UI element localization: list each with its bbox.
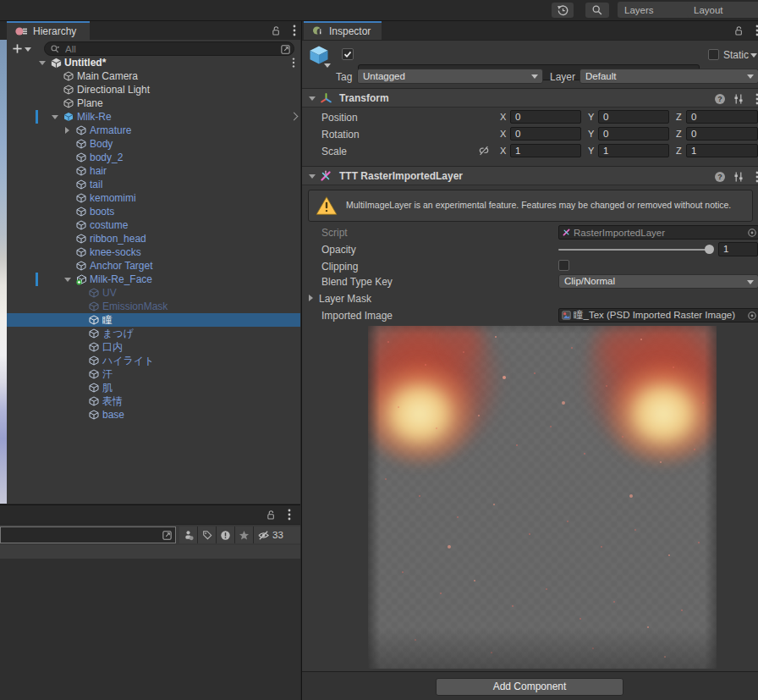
foldout-collapsed-icon[interactable]	[65, 127, 69, 134]
lock-icon[interactable]	[264, 508, 277, 521]
hierarchy-item[interactable]: ハイライト	[7, 354, 300, 367]
object-picker-icon[interactable]	[747, 311, 757, 321]
clipping-checkbox[interactable]	[558, 260, 569, 271]
filter-by-type-button[interactable]	[179, 526, 198, 543]
rotation-y-field[interactable]: 0	[598, 127, 669, 141]
cube-icon	[89, 369, 99, 379]
undo-history-button[interactable]	[552, 3, 574, 18]
hierarchy-item[interactable]: boots	[7, 205, 300, 218]
tab-inspector[interactable]: Inspector	[304, 21, 382, 40]
hierarchy-item[interactable]: Milk-Re_Face	[7, 273, 300, 286]
hierarchy-item[interactable]: Armature	[7, 124, 300, 137]
position-x-field[interactable]: 0	[510, 110, 581, 124]
hierarchy-item[interactable]: Milk-Re	[7, 110, 300, 124]
hierarchy-item[interactable]: ribbon_head	[7, 232, 300, 245]
foldout-collapsed-icon[interactable]	[309, 295, 313, 301]
raster-layer-header[interactable]: TTT RasterImportedLayer ?	[302, 166, 758, 185]
hierarchy-item[interactable]: Body	[7, 137, 300, 151]
import-log-button[interactable]	[217, 526, 235, 543]
static-dropdown-caret[interactable]	[750, 53, 757, 58]
project-search-input[interactable]	[1, 528, 151, 543]
hierarchy-item-label: 肌	[102, 382, 113, 394]
help-icon[interactable]: ?	[713, 170, 726, 183]
gameobject-cube-icon[interactable]	[307, 43, 331, 67]
hierarchy-item-label: tail	[90, 179, 102, 190]
script-value: RasterImportedLayer	[574, 228, 665, 238]
cube-icon	[76, 234, 86, 244]
imported-image-object-field[interactable]: 瞳_Tex (PSD Imported Raster Image)	[558, 308, 758, 322]
hierarchy-item[interactable]: 肌	[7, 381, 300, 394]
foldout-expanded-icon[interactable]	[309, 96, 316, 101]
opacity-slider-track[interactable]	[558, 249, 711, 251]
hierarchy-item[interactable]: knee-socks	[7, 245, 300, 259]
kebab-menu-icon[interactable]	[750, 170, 758, 183]
blend-type-dropdown[interactable]: Clip/Normal	[558, 274, 758, 289]
add-component-button[interactable]: Add Component	[436, 678, 623, 696]
hidden-objects-toggle[interactable]: 33	[254, 526, 300, 543]
hierarchy-item[interactable]: tail	[7, 178, 300, 191]
star-icon	[239, 530, 250, 541]
kebab-menu-icon[interactable]	[750, 24, 758, 37]
hierarchy-item[interactable]: 瞳	[7, 313, 300, 327]
scale-x-field[interactable]: 1	[510, 144, 581, 157]
hierarchy-item[interactable]: costume	[7, 218, 300, 232]
prefab-indicator-bar	[36, 273, 38, 286]
rotation-x-field[interactable]: 0	[510, 127, 581, 141]
history-icon	[557, 4, 569, 17]
script-object-field[interactable]: RasterImportedLayer	[558, 225, 758, 240]
hierarchy-item[interactable]: base	[7, 408, 300, 422]
transform-header[interactable]: Transform ?	[302, 88, 758, 107]
hierarchy-item[interactable]: EmissionMask	[7, 300, 300, 313]
hierarchy-item[interactable]: 口内	[7, 340, 300, 354]
hierarchy-item[interactable]: hair	[7, 164, 300, 178]
broken-link-icon[interactable]	[478, 145, 490, 157]
foldout-expanded-icon[interactable]	[64, 278, 71, 282]
foldout-expanded-icon[interactable]	[39, 61, 46, 65]
hierarchy-item[interactable]: Directional Light	[7, 83, 300, 96]
hierarchy-item[interactable]: 表情	[7, 394, 300, 408]
filter-by-label-button[interactable]	[198, 526, 217, 543]
lock-icon[interactable]	[732, 24, 745, 37]
help-icon[interactable]: ?	[713, 92, 726, 105]
presets-icon[interactable]	[732, 92, 744, 105]
search-icon	[591, 4, 603, 16]
kebab-menu-icon[interactable]	[292, 58, 295, 68]
hierarchy-item[interactable]: UV	[7, 286, 300, 300]
position-y-field[interactable]: 0	[598, 110, 669, 124]
kebab-menu-icon[interactable]	[750, 92, 758, 105]
opacity-value-field[interactable]: 1	[718, 242, 758, 256]
hierarchy-item[interactable]: まつげ	[7, 327, 300, 340]
foldout-expanded-icon[interactable]	[52, 115, 58, 119]
cube-icon	[89, 328, 99, 339]
tag-dropdown[interactable]: Untagged	[357, 69, 543, 84]
foldout-expanded-icon[interactable]	[309, 174, 316, 179]
hierarchy-item[interactable]: Main Camera	[7, 69, 300, 83]
opacity-slider-handle[interactable]	[705, 245, 714, 254]
hierarchy-panel: Hierarchy Untitled*Main CameraDirectiona…	[7, 21, 300, 504]
scene-view-sliver	[0, 40, 7, 504]
hierarchy-item[interactable]: 汗	[7, 367, 300, 381]
hierarchy-item[interactable]: Anchor Target	[7, 259, 300, 273]
hierarchy-item[interactable]: body_2	[7, 151, 300, 164]
hierarchy-item[interactable]: kemomimi	[7, 191, 300, 205]
hierarchy-item-label: 表情	[102, 395, 123, 407]
static-checkbox[interactable]	[708, 49, 719, 60]
chevron-right-icon[interactable]	[290, 113, 299, 121]
layer-dropdown[interactable]: Default	[579, 69, 758, 84]
rotation-z-field[interactable]: 0	[686, 127, 758, 141]
hierarchy-item[interactable]: Untitled*	[7, 56, 300, 69]
open-in-window-icon[interactable]	[162, 530, 173, 541]
hierarchy-item-label: EmissionMask	[102, 300, 168, 312]
presets-icon[interactable]	[732, 170, 744, 183]
scale-y-field[interactable]: 1	[598, 144, 669, 157]
active-checkbox[interactable]	[342, 48, 354, 60]
object-picker-icon[interactable]	[747, 228, 757, 238]
layout-dropdown[interactable]: Layout	[687, 2, 758, 18]
scale-z-field[interactable]: 1	[686, 144, 758, 157]
kebab-menu-icon[interactable]	[283, 508, 296, 521]
hierarchy-item[interactable]: Plane	[7, 96, 300, 110]
search-button[interactable]	[585, 3, 609, 18]
save-search-button[interactable]	[235, 526, 254, 543]
raster-layer-title: TTT RasterImportedLayer	[339, 170, 463, 182]
position-z-field[interactable]: 0	[686, 110, 758, 124]
